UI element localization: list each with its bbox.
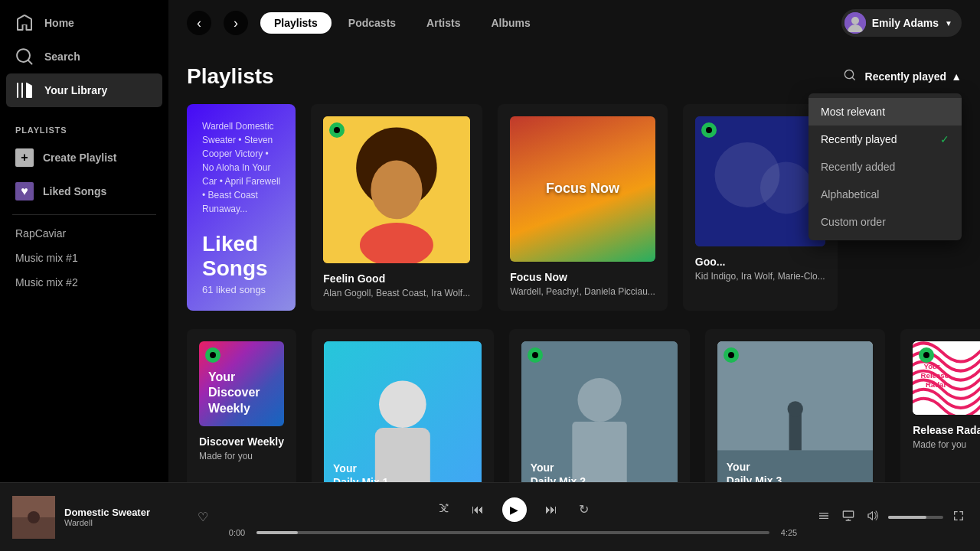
liked-songs-title: Liked Songs: [202, 232, 280, 281]
topbar-right: Emily Adams ▼: [841, 9, 962, 37]
daily-mix-2-card[interactable]: YourDaily Mix 2 Daily Mix 2 The Serious …: [509, 329, 690, 482]
create-playlist-button[interactable]: + Create Playlist: [0, 141, 168, 174]
sidebar-item-search[interactable]: Search: [6, 40, 162, 73]
tab-podcasts[interactable]: Podcasts: [335, 12, 410, 34]
home-icon: [15, 14, 34, 32]
daily-mix-2-overlay: YourDaily Mix 2: [531, 461, 586, 482]
good-title: Goo...: [695, 256, 825, 268]
focus-now-card[interactable]: Focus Now Focus Now Wardell, Peachy!, Da…: [498, 104, 668, 311]
user-dropdown-icon: ▼: [945, 19, 952, 28]
extra-controls: [815, 507, 968, 528]
daily-mix-1-card[interactable]: YourDaily Mix 1 Daily Mix 1 Gene Evaro J…: [312, 329, 494, 482]
sort-option-most-relevant[interactable]: Most relevant: [808, 98, 962, 126]
svg-text:Radar: Radar: [926, 380, 947, 389]
content-header: Playlists Recently played ▲ Most: [187, 64, 962, 89]
sidebar-item-rapcaviar[interactable]: RapCaviar: [0, 221, 168, 246]
play-pause-button[interactable]: ▶: [502, 497, 527, 522]
volume-button[interactable]: [864, 507, 882, 528]
focus-now-subtitle: Wardell, Peachy!, Daniela Picciau...: [510, 286, 655, 297]
focus-now-thumbnail: Focus Now: [510, 116, 655, 262]
svg-point-18: [787, 401, 802, 416]
sort-option-recently-played[interactable]: Recently played ✓: [808, 126, 962, 153]
tab-albums[interactable]: Albums: [477, 12, 544, 34]
discover-overlay: YourDiscoverWeekly: [208, 370, 260, 417]
previous-button[interactable]: ⏮: [469, 500, 487, 520]
sidebar-item-musicmix2[interactable]: Music mix #2: [0, 270, 168, 295]
svg-point-13: [577, 378, 621, 422]
tab-artists[interactable]: Artists: [413, 12, 474, 34]
daily-mix-2-dot: [528, 347, 543, 363]
release-radar-thumbnail: Your Release Radar: [913, 341, 980, 416]
svg-point-1: [851, 17, 859, 24]
discover-weekly-card[interactable]: YourDiscoverWeekly Discover Weekly Made …: [187, 329, 296, 482]
sidebar-item-musicmix1[interactable]: Music mix #1: [0, 246, 168, 270]
repeat-button[interactable]: ↻: [576, 499, 592, 520]
username: Emily Adams: [872, 17, 939, 29]
feelin-good-subtitle: Alan Gogoll, Beast Coast, Ira Wolf...: [323, 288, 470, 298]
create-playlist-icon: +: [15, 148, 34, 167]
song-info: Domestic Sweater Wardell: [64, 507, 185, 527]
volume-fill: [888, 516, 926, 519]
playlists-grid-row2: YourDiscoverWeekly Discover Weekly Made …: [187, 329, 962, 482]
daily-mix-3-thumbnail: YourDaily Mix 3: [717, 341, 873, 482]
next-button[interactable]: ⏭: [542, 500, 560, 520]
fullscreen-button[interactable]: [949, 507, 968, 528]
volume-track[interactable]: [888, 516, 943, 519]
page-title: Playlists: [187, 64, 274, 89]
svg-rect-17: [789, 411, 801, 450]
topbar-left: ‹ › Playlists Podcasts Artists Albums: [187, 11, 544, 35]
sidebar-home-label: Home: [44, 17, 74, 29]
like-song-button[interactable]: ♡: [194, 507, 211, 527]
sidebar: Home Search Your Library PLAYLIST: [0, 0, 168, 482]
recently-added-label: Recently added: [821, 161, 895, 173]
daily-mix-3-card[interactable]: YourDaily Mix 3 Daily Mix 3 Marie-Clo, N…: [705, 329, 885, 482]
svg-text:Your: Your: [924, 362, 940, 370]
sidebar-library-label: Your Library: [44, 84, 107, 96]
liked-songs-label: Liked Songs: [43, 185, 106, 197]
alphabetical-label: Alphabetical: [821, 188, 879, 201]
liked-songs-count: 61 liked songs: [202, 284, 280, 295]
progress-fill: [256, 531, 298, 534]
svg-point-25: [28, 511, 40, 523]
devices-button[interactable]: [839, 507, 858, 528]
sidebar-search-label: Search: [44, 51, 80, 63]
liked-songs-button[interactable]: ♥ Liked Songs: [0, 174, 168, 208]
filter-search-button[interactable]: [844, 69, 856, 85]
shuffle-button[interactable]: [435, 499, 453, 520]
sidebar-item-home[interactable]: Home: [6, 6, 162, 40]
daily-mix-2-thumbnail: YourDaily Mix 2: [521, 341, 678, 482]
song-artist: Wardell: [64, 518, 185, 527]
good-spotify-dot: [701, 122, 717, 138]
sort-option-alphabetical[interactable]: Alphabetical: [808, 181, 962, 208]
daily-mix-3-dot: [724, 347, 739, 363]
sort-dropdown-button[interactable]: Recently played ▲: [865, 70, 962, 83]
liked-songs-card[interactable]: Wardell Domestic Sweater • Steven Cooper…: [187, 104, 296, 311]
tab-playlists[interactable]: Playlists: [260, 12, 332, 34]
player-buttons: ⏮ ▶ ⏭ ↻: [435, 497, 592, 522]
user-menu-button[interactable]: Emily Adams ▼: [841, 9, 962, 37]
sidebar-item-library[interactable]: Your Library: [6, 73, 162, 107]
filter-bar: Recently played ▲ Most relevant Recently…: [844, 69, 962, 85]
progress-bar-container: 0:00 4:25: [224, 528, 802, 537]
svg-text:Release: Release: [921, 371, 949, 380]
svg-point-10: [379, 380, 426, 428]
topbar: ‹ › Playlists Podcasts Artists Albums: [168, 0, 980, 46]
good-subtitle: Kid Indigo, Ira Wolf, Marie-Clo...: [695, 271, 825, 282]
release-radar-card[interactable]: Your Release Radar Release Radar Made fo…: [900, 329, 980, 482]
svg-point-8: [760, 161, 812, 214]
release-radar-subtitle: Made for you: [913, 439, 980, 450]
svg-point-4: [371, 161, 423, 220]
feelin-good-card[interactable]: Feelin Good Alan Gogoll, Beast Coast, Ir…: [311, 104, 482, 311]
back-button[interactable]: ‹: [187, 11, 211, 35]
daily-mix-3-overlay: YourDaily Mix 3: [727, 460, 782, 482]
sort-option-recently-added[interactable]: Recently added: [808, 153, 962, 181]
main-content: ‹ › Playlists Podcasts Artists Albums: [168, 0, 980, 482]
queue-button[interactable]: [815, 507, 833, 528]
forward-button[interactable]: ›: [224, 11, 248, 35]
now-playing: Domestic Sweater Wardell ♡: [12, 496, 211, 539]
sort-option-custom-order[interactable]: Custom order: [808, 208, 962, 236]
feelin-good-title: Feelin Good: [323, 272, 470, 285]
progress-track[interactable]: [256, 531, 769, 534]
tab-group: Playlists Podcasts Artists Albums: [260, 12, 544, 34]
sidebar-navigation: Home Search Your Library: [0, 6, 168, 107]
